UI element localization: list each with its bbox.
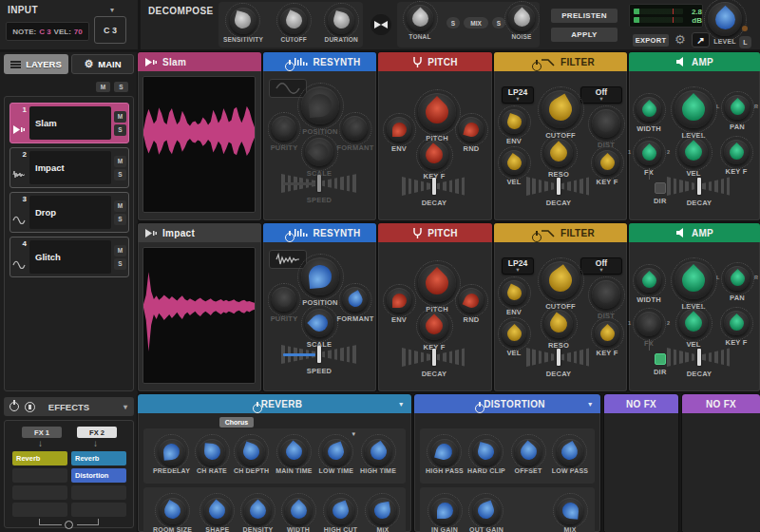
low-time-knob[interactable] xyxy=(323,439,350,466)
reso-knob[interactable] xyxy=(544,139,573,167)
effects-power-icon[interactable] xyxy=(10,402,19,411)
no-fx-header[interactable]: NO FX xyxy=(604,394,678,413)
purity-knob[interactable] xyxy=(272,116,296,141)
filter-type-dropdown[interactable]: LP24 ▼ xyxy=(502,86,534,104)
global-mute-button[interactable]: M xyxy=(96,82,110,92)
key-follow-knob[interactable] xyxy=(420,141,448,169)
filter-keyf-knob[interactable] xyxy=(595,150,619,175)
level-knob[interactable] xyxy=(708,2,742,36)
purity-knob[interactable] xyxy=(272,287,296,312)
cutoff-knob[interactable] xyxy=(542,261,580,299)
decay-slider[interactable] xyxy=(526,177,591,196)
position-knob[interactable] xyxy=(301,257,339,295)
decay-slider[interactable] xyxy=(402,348,466,367)
decay-slider[interactable] xyxy=(667,177,732,196)
power-icon[interactable] xyxy=(253,404,262,413)
global-solo-button[interactable]: S xyxy=(114,82,128,92)
layer-mute-button[interactable]: M xyxy=(114,245,126,256)
fx2-label[interactable]: FX 2 xyxy=(77,427,117,438)
width-knob[interactable] xyxy=(636,97,661,122)
dist-knob[interactable] xyxy=(592,280,620,309)
dist-knob[interactable] xyxy=(592,109,620,138)
layer-item-glitch[interactable]: 4 Glitch M S xyxy=(10,237,129,277)
pitch-knob[interactable] xyxy=(418,93,456,131)
noise-knob[interactable] xyxy=(508,5,535,31)
dist-mix-knob[interactable] xyxy=(557,498,583,524)
fx-send-knob[interactable] xyxy=(636,312,661,336)
width-knob[interactable] xyxy=(636,268,661,293)
layer-solo-button[interactable]: S xyxy=(114,169,126,180)
sensitivity-knob[interactable] xyxy=(230,8,256,34)
decay-slider[interactable] xyxy=(402,177,466,196)
key-follow-knob[interactable] xyxy=(420,312,448,340)
amp-keyf-knob[interactable] xyxy=(724,311,749,335)
filter-env-knob[interactable] xyxy=(502,109,526,134)
amp-vel-knob[interactable] xyxy=(679,138,708,166)
speed-slider[interactable] xyxy=(281,345,357,364)
export-gear-icon[interactable]: ⚙ xyxy=(674,33,686,46)
formant-knob[interactable] xyxy=(343,287,368,312)
pan-knob[interactable] xyxy=(725,266,750,291)
no-fx-header[interactable]: NO FX xyxy=(682,394,760,413)
input-dropdown-icon[interactable]: ▾ xyxy=(110,6,114,14)
decay-slider[interactable] xyxy=(667,348,732,367)
position-knob[interactable] xyxy=(301,86,339,124)
layer-item-slam[interactable]: 1 Slam M S xyxy=(10,103,129,143)
fx2-slot-empty[interactable] xyxy=(71,503,126,517)
effects-bypass-icon[interactable] xyxy=(25,402,35,412)
layer-solo-button[interactable]: S xyxy=(114,214,126,225)
chevron-down-icon[interactable]: ▼ xyxy=(587,401,594,408)
key-trigger-button[interactable]: C 3 xyxy=(94,16,126,44)
low-pass-knob[interactable] xyxy=(557,439,583,466)
decay-slider[interactable] xyxy=(526,348,591,367)
pan-knob[interactable] xyxy=(725,95,750,120)
power-icon[interactable] xyxy=(475,404,484,413)
layer-solo-button[interactable]: S xyxy=(114,124,126,136)
filter-env-knob[interactable] xyxy=(502,280,526,305)
formant-knob[interactable] xyxy=(343,116,368,141)
cutoff-knob[interactable] xyxy=(280,8,307,34)
fx2-slot-reverb[interactable]: Reverb xyxy=(71,451,126,466)
noise-solo-button[interactable]: S xyxy=(492,17,505,28)
tonal-knob[interactable] xyxy=(407,5,433,31)
apply-button[interactable]: APPLY xyxy=(551,28,618,42)
prelisten-button[interactable]: PRELISTEN xyxy=(551,9,618,23)
fx1-slot-empty[interactable] xyxy=(12,485,67,500)
cutoff-knob[interactable] xyxy=(542,90,580,128)
impact-header[interactable]: Impact xyxy=(138,223,261,242)
density-knob[interactable] xyxy=(244,498,271,524)
dir-button[interactable] xyxy=(655,182,666,194)
env-knob[interactable] xyxy=(387,117,411,142)
layer-item-drop[interactable]: 3 Drop M S xyxy=(10,192,129,233)
pitch-knob[interactable] xyxy=(418,264,456,302)
filter-keyf-knob[interactable] xyxy=(595,321,619,346)
vel-knob[interactable] xyxy=(502,150,526,175)
reverb-mix-knob[interactable] xyxy=(370,498,396,524)
chevron-down-icon[interactable]: ▼ xyxy=(398,401,405,408)
power-icon[interactable] xyxy=(532,233,542,242)
dir-button[interactable] xyxy=(655,353,666,365)
in-gain-knob[interactable] xyxy=(431,498,458,524)
fx2-slot-distortion[interactable]: Distortion xyxy=(71,468,126,483)
main-time-knob[interactable] xyxy=(280,439,307,466)
fx1-slot-empty[interactable] xyxy=(12,503,67,517)
fx1-label[interactable]: FX 1 xyxy=(22,427,62,438)
speed-slider[interactable] xyxy=(281,174,357,193)
amp-level-knob[interactable] xyxy=(674,90,712,128)
scale-knob[interactable] xyxy=(305,138,333,166)
env-knob[interactable] xyxy=(387,288,411,313)
ch-depth-knob[interactable] xyxy=(238,439,265,466)
room-size-knob[interactable] xyxy=(160,498,186,524)
fx-send-knob[interactable] xyxy=(636,141,661,165)
effects-dropdown-icon[interactable]: ▾ xyxy=(124,403,127,411)
amp-keyf-knob[interactable] xyxy=(724,140,749,164)
hard-clip-knob[interactable] xyxy=(473,439,500,466)
layer-mute-button[interactable]: M xyxy=(114,156,126,167)
rnd-knob[interactable] xyxy=(459,288,484,313)
reverb-width-knob[interactable] xyxy=(285,498,312,524)
tonal-solo-button[interactable]: S xyxy=(446,17,460,28)
ch-rate-knob[interactable] xyxy=(199,439,225,466)
scale-knob[interactable] xyxy=(305,309,333,337)
filter-type-dropdown[interactable]: LP24 ▼ xyxy=(502,257,534,275)
layer-solo-button[interactable]: S xyxy=(114,258,126,270)
